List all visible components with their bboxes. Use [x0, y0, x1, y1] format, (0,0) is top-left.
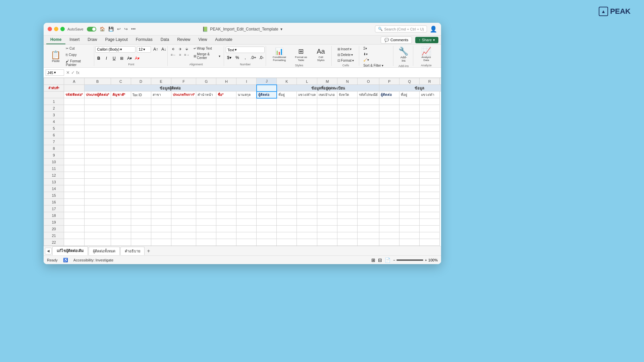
number-format-select[interactable]: Text ▾: [226, 47, 265, 53]
format-button[interactable]: ⊡ Format ▾: [336, 58, 355, 63]
cell-q2[interactable]: [379, 105, 399, 112]
cell-f3[interactable]: [151, 112, 171, 118]
increase-font-button[interactable]: A↑: [152, 46, 159, 53]
underline-button[interactable]: U: [111, 55, 117, 62]
merge-center-button[interactable]: ⊞ Merge & Center ▾: [192, 52, 222, 60]
cell-h2[interactable]: [196, 105, 216, 112]
cell-b-label[interactable]: ประเภทผู้ติดต่อ*: [84, 92, 111, 98]
undo-icon[interactable]: ↩: [117, 26, 121, 32]
col-header-e[interactable]: E: [151, 78, 171, 85]
align-center-button[interactable]: ≡: [177, 52, 183, 57]
conditional-formatting-button[interactable]: 📊 Conditional Formatting: [269, 46, 290, 63]
col-header-k[interactable]: K: [277, 78, 297, 85]
col-header-g[interactable]: G: [196, 78, 216, 85]
cell-ref-dropdown[interactable]: ▾: [54, 70, 56, 75]
col-header-a[interactable]: A: [64, 78, 85, 85]
sheet-tab-description[interactable]: คำอธิบาย: [120, 247, 145, 255]
align-left-button[interactable]: ≡←: [170, 52, 176, 57]
cell-h3[interactable]: [196, 112, 216, 118]
cell-a-blank[interactable]: [64, 85, 85, 92]
col-header-d[interactable]: D: [131, 78, 151, 85]
cell-p3[interactable]: [358, 112, 379, 118]
cell-n3[interactable]: [317, 112, 337, 118]
copy-button[interactable]: ⎘ Copy: [64, 52, 92, 57]
cell-i3[interactable]: [216, 112, 236, 118]
cell-c3[interactable]: [84, 112, 111, 118]
fill-color-button[interactable]: A▾: [126, 55, 133, 62]
cell-f-label[interactable]: ประเภทกิจการ*: [171, 92, 196, 98]
sheet-table-wrap[interactable]: A B C D E F G H I J K L M N O: [44, 78, 441, 246]
col-header-o[interactable]: O: [358, 78, 379, 85]
share-button[interactable]: ↑ Share ▾: [415, 37, 438, 43]
normal-view-icon[interactable]: ⊞: [371, 257, 375, 263]
cell-m1[interactable]: [297, 98, 317, 105]
sheet-nav-prev[interactable]: ◀: [45, 248, 52, 254]
save-icon[interactable]: 💾: [108, 26, 114, 32]
cell-e2[interactable]: [131, 105, 151, 112]
page-layout-icon[interactable]: 📄: [385, 257, 390, 263]
cell-p-label[interactable]: ผู้ติดต่อ: [379, 92, 399, 98]
col-header-r[interactable]: R: [420, 78, 440, 85]
col-header-b[interactable]: B: [84, 78, 111, 85]
cell-q-label[interactable]: ที่อยู่: [399, 92, 420, 98]
paste-button[interactable]: 📋 Paste: [48, 50, 63, 64]
font-select[interactable]: Calibri (Body) ▾: [95, 46, 136, 53]
decrease-decimal-btn[interactable]: .0-: [258, 54, 265, 61]
cell-n2[interactable]: [317, 105, 337, 112]
cell-e1[interactable]: [131, 98, 151, 105]
sum-button[interactable]: Σ▾: [362, 46, 368, 51]
col-header-f[interactable]: F: [171, 78, 196, 85]
cell-l3[interactable]: [277, 112, 297, 118]
col-header-q[interactable]: Q: [399, 78, 420, 85]
minimize-button[interactable]: [54, 27, 58, 31]
col-header-s[interactable]: S: [440, 78, 441, 85]
tab-page-layout[interactable]: Page Layout: [101, 36, 131, 44]
tab-view[interactable]: View: [195, 36, 211, 44]
cell-o2[interactable]: [337, 105, 358, 112]
cell-a-label[interactable]: รหัส/ติดต่อ*: [64, 92, 85, 98]
accept-formula-icon[interactable]: ✓: [71, 70, 75, 75]
cell-r1[interactable]: [399, 98, 420, 105]
zoom-slider[interactable]: [396, 259, 423, 261]
cell-i2[interactable]: [216, 105, 236, 112]
cell-m2[interactable]: [297, 105, 317, 112]
cell-k1[interactable]: [257, 98, 277, 105]
formula-input[interactable]: [82, 70, 439, 75]
cell-d-label[interactable]: Tax ID: [131, 92, 151, 98]
comments-button[interactable]: 💬 Comments: [381, 37, 412, 44]
add-sheet-button[interactable]: +: [145, 248, 152, 254]
cell-s1[interactable]: [420, 98, 440, 105]
col-header-h[interactable]: H: [216, 78, 236, 85]
cell-j1[interactable]: [236, 98, 257, 105]
cell-s2[interactable]: [420, 105, 440, 112]
close-button[interactable]: [48, 27, 52, 31]
cell-r-label[interactable]: แขวง/ตำ: [420, 92, 440, 98]
cell-reference-box[interactable]: J45 ▾: [46, 69, 64, 76]
maximize-button[interactable]: [60, 27, 65, 31]
cell-n-label[interactable]: จังหวัด: [337, 92, 358, 98]
font-color-button[interactable]: A▾: [134, 55, 141, 62]
increase-decimal-btn[interactable]: .0+: [250, 54, 257, 61]
col-header-p[interactable]: P: [379, 78, 399, 85]
cell-i-label[interactable]: นามสกุล: [236, 92, 257, 98]
page-break-icon[interactable]: ⊟: [378, 257, 382, 263]
col-header-c[interactable]: C: [111, 78, 131, 85]
tab-formulas[interactable]: Formulas: [132, 36, 157, 44]
search-box[interactable]: 🔍 Search (Cmd + Ctrl + U): [375, 25, 427, 33]
cell-o-label[interactable]: รหัสไปรษณีย์: [358, 92, 379, 98]
cell-g1[interactable]: [171, 98, 196, 105]
percent-btn[interactable]: %: [234, 54, 240, 61]
clear-button[interactable]: 🧹▾: [362, 57, 370, 62]
cell-n1[interactable]: [317, 98, 337, 105]
cell-j3[interactable]: [236, 112, 257, 118]
cell-m-label[interactable]: เขต/อำเภอ: [317, 92, 337, 98]
cell-p2[interactable]: [358, 105, 379, 112]
wrap-text-button[interactable]: ↵ Wrap Text: [192, 46, 222, 51]
sort-filter-button[interactable]: Sort & Filter ▾: [362, 63, 385, 67]
autosave-toggle[interactable]: [87, 27, 96, 32]
cell-styles-button[interactable]: Aa Cell Styles: [312, 46, 329, 63]
fill-button[interactable]: ⬇▾: [362, 52, 369, 57]
tab-home[interactable]: Home: [46, 36, 65, 44]
col-header-i[interactable]: I: [236, 78, 257, 85]
col-header-n[interactable]: N: [337, 78, 358, 85]
